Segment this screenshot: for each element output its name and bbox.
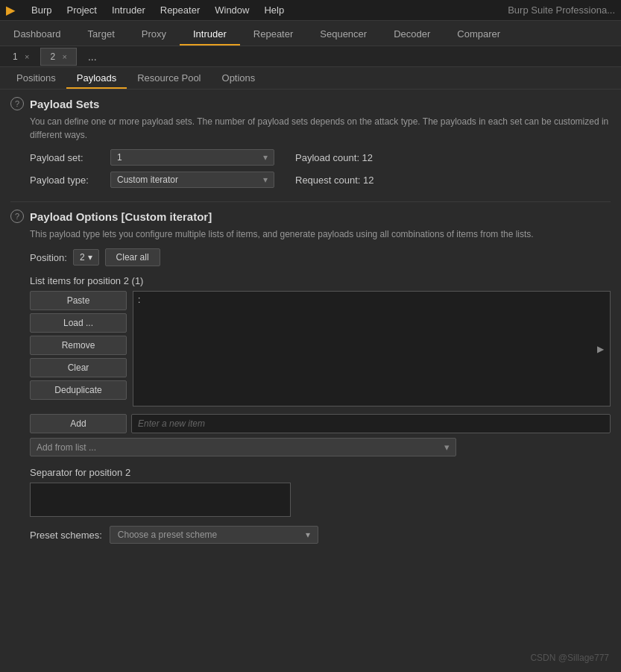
instance-tabs: 1 × 2 × ... <box>0 46 621 67</box>
sub-tabs: Positions Payloads Resource Pool Options <box>0 67 621 90</box>
tab-sequencer[interactable]: Sequencer <box>306 24 380 45</box>
burp-logo: ▶ <box>6 4 15 17</box>
sub-tab-payloads[interactable]: Payloads <box>66 69 127 89</box>
position-row: Position: 2 ▾ Clear all <box>30 248 611 266</box>
payload-type-label: Payload type: <box>30 175 104 186</box>
payload-sets-section: ? Payload Sets You can define one or mor… <box>10 97 611 188</box>
menu-window[interactable]: Window <box>207 1 256 19</box>
tab-target[interactable]: Target <box>75 24 128 45</box>
add-button[interactable]: Add <box>30 414 127 433</box>
paste-button[interactable]: Paste <box>30 291 127 310</box>
add-from-list-label: Add from list ... <box>37 442 438 453</box>
separator-label: Separator for position 2 <box>30 467 611 478</box>
payload-type-select[interactable]: Custom iterator ▾ <box>110 172 274 188</box>
payload-set-label: Payload set: <box>30 152 104 163</box>
menu-burp[interactable]: Burp <box>24 1 59 19</box>
sub-tab-options[interactable]: Options <box>212 69 266 89</box>
list-area: Paste Load ... Remove Clear Deduplicate … <box>30 291 611 406</box>
payload-options-title: Payload Options [Custom iterator] <box>30 210 212 223</box>
payload-set-select[interactable]: 1 ▾ <box>110 149 274 166</box>
payload-sets-title: Payload Sets <box>30 98 99 110</box>
list-action-buttons: Paste Load ... Remove Clear Deduplicate <box>30 291 127 406</box>
menu-help[interactable]: Help <box>256 1 291 19</box>
watermark: CSDN @Sillage777 <box>530 653 609 663</box>
add-from-list-caret: ▾ <box>444 442 450 453</box>
separator-input-area[interactable] <box>30 483 291 517</box>
menu-bar: ▶ Burp Project Intruder Repeater Window … <box>0 0 621 21</box>
request-count: Request count: 12 <box>295 175 374 186</box>
payload-sets-desc: You can define one or more payload sets.… <box>30 115 611 142</box>
clear-all-button[interactable]: Clear all <box>105 248 160 266</box>
tab-decoder[interactable]: Decoder <box>380 24 444 45</box>
list-items-label: List items for position 2 (1) <box>30 275 611 286</box>
payload-options-section: ? Payload Options [Custom iterator] This… <box>10 210 611 544</box>
add-from-list-dropdown[interactable]: Add from list ... ▾ <box>30 438 456 456</box>
payload-sets-help-icon[interactable]: ? <box>10 97 24 110</box>
preset-row: Preset schemes: Choose a preset scheme ▾ <box>30 526 611 544</box>
instance-tab-2[interactable]: 2 × <box>40 48 76 66</box>
clear-button[interactable]: Clear <box>30 358 127 377</box>
sub-tab-positions[interactable]: Positions <box>6 69 66 89</box>
position-label: Position: <box>30 252 67 263</box>
menu-intruder[interactable]: Intruder <box>104 1 153 19</box>
remove-button[interactable]: Remove <box>30 336 127 355</box>
tab-repeater[interactable]: Repeater <box>240 24 306 45</box>
top-nav: Dashboard Target Proxy Intruder Repeater… <box>0 21 621 46</box>
instance-tab-1[interactable]: 1 × <box>3 48 39 66</box>
list-content-area[interactable]: : ▶ <box>133 291 611 406</box>
preset-label: Preset schemes: <box>30 530 102 541</box>
menu-project[interactable]: Project <box>59 1 104 19</box>
payload-options-desc: This payload type lets you configure mul… <box>30 227 611 241</box>
payload-sets-header: ? Payload Sets <box>10 97 611 110</box>
position-select[interactable]: 2 ▾ <box>73 249 99 266</box>
payload-set-caret: ▾ <box>263 152 268 163</box>
tab-comparer[interactable]: Comparer <box>444 24 514 45</box>
payload-options-help-icon[interactable]: ? <box>10 210 24 223</box>
position-caret: ▾ <box>88 252 92 263</box>
payload-count: Payload count: 12 <box>295 152 373 163</box>
tab-intruder[interactable]: Intruder <box>180 24 240 45</box>
add-row: Add <box>30 414 611 433</box>
payload-set-row: Payload set: 1 ▾ Payload count: 12 <box>30 149 611 166</box>
main-content: ? Payload Sets You can define one or mor… <box>0 90 621 672</box>
payload-type-caret: ▾ <box>263 175 268 185</box>
tab-proxy[interactable]: Proxy <box>128 24 180 45</box>
preset-caret: ▾ <box>306 530 310 540</box>
payload-type-row: Payload type: Custom iterator ▾ Request … <box>30 172 611 188</box>
sub-tab-resource-pool[interactable]: Resource Pool <box>127 69 211 89</box>
preset-select[interactable]: Choose a preset scheme ▾ <box>110 526 318 544</box>
add-item-input[interactable] <box>131 414 611 433</box>
menu-repeater[interactable]: Repeater <box>153 1 207 19</box>
tab-dashboard[interactable]: Dashboard <box>0 24 75 45</box>
app-title: Burp Suite Professiona... <box>508 4 615 16</box>
load-button[interactable]: Load ... <box>30 313 127 333</box>
cursor-indicator: ▶ <box>597 344 604 354</box>
deduplicate-button[interactable]: Deduplicate <box>30 380 127 400</box>
instance-tab-more[interactable]: ... <box>78 47 107 66</box>
preset-placeholder: Choose a preset scheme <box>118 530 217 540</box>
section-divider <box>10 201 611 202</box>
payload-options-header: ? Payload Options [Custom iterator] <box>10 210 611 223</box>
